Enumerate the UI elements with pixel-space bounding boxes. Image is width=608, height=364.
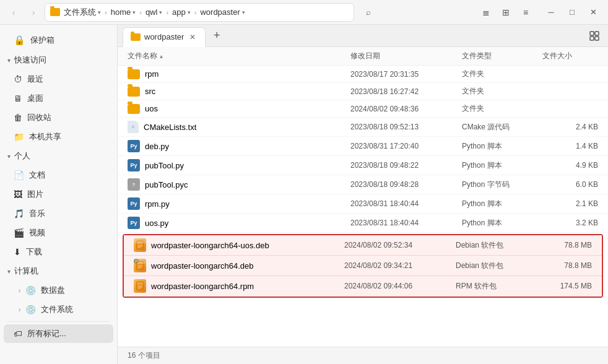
sidebar-item-downloads[interactable]: ⬇ 下载 — [4, 243, 113, 261]
sidebar-item-trash[interactable]: 🗑 回收站 — [4, 108, 113, 127]
folder-icon — [128, 69, 140, 79]
breadcrumb-app[interactable]: app ▾ — [170, 6, 193, 18]
sidebar-item-vault[interactable]: 🔒 保护箱 — [4, 30, 113, 50]
header-date[interactable]: 修改日期 — [350, 51, 462, 61]
pyc-file-icon: ? — [128, 178, 140, 191]
file-name-cell: 🔒 wordpaster-loongarch64.deb — [134, 259, 344, 272]
sidebar-item-desktop[interactable]: 🖥 桌面 — [4, 89, 113, 108]
lock-overlay-icon: 🔒 — [134, 259, 139, 264]
sidebar-item-shared[interactable]: 📁 本机共享 — [4, 128, 113, 146]
header-name[interactable]: 文件名称 ▴ — [128, 51, 350, 61]
breadcrumb-home[interactable]: home ▾ — [108, 6, 139, 18]
breadcrumb-filesystem[interactable]: 文件系统 ▾ — [61, 6, 103, 19]
videos-icon: 🎬 — [14, 228, 24, 238]
table-row[interactable]: src 2023/08/18 16:27:42 文件夹 — [118, 83, 608, 100]
minimize-button[interactable]: ─ — [541, 4, 561, 21]
text-file-icon: ≡ — [128, 121, 139, 133]
file-date: 2024/08/02 09:44:06 — [344, 282, 456, 290]
menu-button[interactable]: ≡ — [516, 3, 535, 22]
window-controls: ─ □ ✕ — [541, 4, 603, 21]
svg-rect-1 — [595, 32, 599, 35]
breadcrumb-bar[interactable]: 文件系统 ▾ › home ▾ › qwl ▾ › app ▾ › wordpa… — [45, 3, 354, 22]
table-row[interactable]: ? pubTool.pyc 2023/08/18 09:48:28 Python… — [118, 175, 608, 194]
sidebar-item-recent[interactable]: ⏱ 最近 — [4, 70, 113, 89]
toolbar-actions: ≣ ⊞ ≡ ─ □ ✕ — [477, 3, 603, 22]
svg-rect-15 — [137, 282, 143, 285]
quick-access-label: 快速访问 — [14, 54, 46, 66]
breadcrumb-sep: › — [166, 9, 168, 16]
breadcrumb-label: wordpaster — [200, 7, 240, 17]
tab-add-button[interactable]: + — [208, 27, 225, 45]
file-size: 3.2 KB — [542, 219, 598, 227]
search-button[interactable]: ⌕ — [359, 3, 378, 22]
folder-icon — [50, 8, 60, 16]
file-date: 2023/08/18 16:27:42 — [350, 87, 462, 96]
folder-icon — [128, 87, 140, 97]
table-row[interactable]: uos 2024/08/02 09:48:36 文件夹 — [118, 100, 608, 118]
table-row[interactable]: Py deb.py 2023/08/31 17:20:40 Python 脚本 … — [118, 137, 608, 156]
filter-icon: ⊞ — [502, 7, 510, 17]
breadcrumb-qwl[interactable]: qwl ▾ — [143, 6, 165, 18]
file-date: 2023/08/31 17:20:40 — [350, 142, 462, 150]
chevron-down-icon: ▾ — [242, 9, 245, 15]
sidebar-item-label: 最近 — [27, 74, 43, 85]
file-name-cell: wordpaster-loongarch64-uos.deb — [134, 238, 344, 252]
sidebar-item-documents[interactable]: 📄 文档 — [4, 166, 113, 184]
sidebar-item-pictures[interactable]: 🖼 图片 — [4, 185, 113, 204]
file-type: Python 脚本 — [462, 141, 542, 152]
sidebar-item-label: 桌面 — [27, 93, 43, 104]
filter-button[interactable]: ⊞ — [497, 3, 515, 22]
toggle-arrow-icon: ▾ — [7, 153, 11, 160]
marks-icon: 🏷 — [14, 329, 22, 339]
chevron-down-icon: ▾ — [159, 9, 162, 15]
table-row[interactable]: 🔒 wordpaster-loongarch64.deb 2024/08/02 … — [124, 256, 602, 276]
file-name: pubTool.py — [145, 161, 184, 170]
table-row[interactable]: rpm 2023/08/17 20:31:35 文件夹 — [118, 66, 608, 83]
layout-toggle-button[interactable] — [586, 27, 603, 45]
back-button[interactable]: ‹ — [5, 4, 22, 21]
status-bar: 16 个项目 — [118, 347, 608, 364]
sidebar-item-filesystem[interactable]: › 💿 文件系统 — [4, 300, 113, 319]
pictures-icon: 🖼 — [14, 189, 22, 199]
table-row[interactable]: wordpaster-loongarch64.rpm 2024/08/02 09… — [124, 276, 602, 297]
file-date: 2024/08/02 09:34:21 — [344, 261, 456, 270]
trash-icon: 🗑 — [14, 113, 22, 123]
breadcrumb-label: app — [172, 7, 186, 17]
quick-access-section[interactable]: ▾ 快速访问 — [0, 51, 117, 69]
desktop-icon: 🖥 — [14, 93, 22, 103]
maximize-button[interactable]: □ — [562, 4, 582, 21]
sort-button[interactable]: ≣ — [477, 3, 495, 22]
sidebar-item-label: 图片 — [27, 189, 43, 200]
header-size[interactable]: 文件大小 — [542, 51, 598, 61]
sidebar-item-all-marks[interactable]: 🏷 所有标记... — [4, 324, 113, 343]
folder-icon — [131, 33, 141, 41]
breadcrumb-wordpaster[interactable]: wordpaster ▾ — [198, 6, 247, 18]
file-size: 4.9 KB — [542, 161, 598, 170]
search-icon: ⌕ — [366, 7, 371, 17]
table-row[interactable]: Py rpm.py 2023/08/31 18:40:44 Python 脚本 … — [118, 194, 608, 214]
folder-icon — [128, 104, 140, 114]
table-row[interactable]: Py uos.py 2023/08/31 18:40:44 Python 脚本 … — [118, 214, 608, 233]
sidebar-item-videos[interactable]: 🎬 视频 — [4, 223, 113, 242]
personal-section[interactable]: ▾ 个人 — [0, 147, 117, 165]
sidebar-item-label: 所有标记... — [27, 328, 66, 339]
table-row[interactable]: wordpaster-loongarch64-uos.deb 2024/08/0… — [124, 235, 602, 256]
forward-button[interactable]: › — [25, 4, 42, 21]
close-button[interactable]: ✕ — [583, 4, 603, 21]
table-row[interactable]: Py pubTool.py 2023/08/18 09:48:22 Python… — [118, 156, 608, 175]
tab-close-button[interactable]: ✕ — [188, 32, 198, 42]
breadcrumb-label: 文件系统 — [64, 7, 96, 18]
file-name-cell: ? pubTool.pyc — [128, 178, 350, 191]
chevron-right-icon: › — [19, 287, 20, 294]
sidebar-item-datadisk[interactable]: › 💿 数据盘 — [4, 281, 113, 300]
vault-icon: 🔒 — [14, 35, 25, 46]
header-type[interactable]: 文件类型 — [462, 51, 542, 61]
file-date: 2023/08/31 18:40:44 — [350, 199, 462, 208]
header-type-label: 文件类型 — [462, 51, 492, 61]
sidebar-item-music[interactable]: 🎵 音乐 — [4, 204, 113, 223]
header-date-label: 修改日期 — [350, 51, 380, 61]
tab-wordpaster[interactable]: wordpaster ✕ — [123, 27, 206, 47]
computer-section[interactable]: ▾ 计算机 — [0, 262, 117, 280]
sidebar-item-label: 视频 — [29, 227, 45, 238]
table-row[interactable]: ≡ CMakeLists.txt 2023/08/18 09:52:13 CMa… — [118, 118, 608, 137]
